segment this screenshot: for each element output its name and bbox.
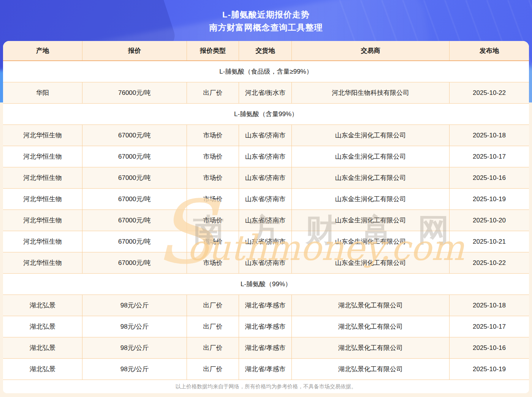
table-row: 河北华恒生物 67000元/吨 市场价 山东省/济南市 山东金生润化工有限公司 … [3,167,529,189]
table-row: 湖北弘景 98元/公斤 出厂价 湖北省/孝感市 湖北弘景化工有限公司 2025-… [3,359,529,380]
cell-date: 2025-10-19 [450,359,529,380]
price-table: 产地 报价 报价类型 交货地 交易商 发布地 L-脯氨酸（食品级，含量≥99%）… [3,41,529,393]
cell-price-type: 出厂价 [187,359,239,380]
section-row: L-脯氨酸（食品级，含量≥99%） [3,61,529,82]
cell-origin: 湖北弘景 [3,316,82,337]
cell-price-type: 市场价 [187,125,239,146]
cell-price: 98元/公斤 [82,295,187,316]
cell-date: 2025-10-16 [450,337,529,358]
cell-date: 2025-10-21 [450,231,529,252]
cell-trader: 湖北弘景化工有限公司 [292,316,450,337]
cell-date: 2025-10-16 [450,167,529,188]
cell-origin: 河北华恒生物 [3,125,82,146]
cell-delivery: 山东省/济南市 [239,252,292,273]
cell-price-type: 出厂价 [187,82,239,103]
cell-trader: 湖北弘景化工有限公司 [292,337,450,358]
table-row: 河北华恒生物 67000元/吨 市场价 山东省/济南市 山东金生润化工有限公司 … [3,125,529,146]
cell-price: 67000元/吨 [82,167,187,188]
cell-price: 98元/公斤 [82,337,187,358]
cell-delivery: 湖北省/孝感市 [239,359,292,380]
cell-trader: 湖北弘景化工有限公司 [292,295,450,316]
cell-price: 67000元/吨 [82,231,187,252]
header-price: 报价 [82,41,187,60]
cell-date: 2025-10-22 [450,82,529,103]
table-row: 河北华恒生物 67000元/吨 市场价 山东省/济南市 山东金生润化工有限公司 … [3,189,529,210]
cell-date: 2025-10-17 [450,316,529,337]
cell-delivery: 山东省/济南市 [239,167,292,188]
page-title: L-脯氨酸近期报价走势 [0,9,532,20]
cell-price-type: 市场价 [187,189,239,210]
header-trader: 交易商 [292,41,450,60]
cell-origin: 湖北弘景 [3,359,82,380]
table-row: 湖北弘景 98元/公斤 出厂价 湖北省/孝感市 湖北弘景化工有限公司 2025-… [3,295,529,316]
cell-price: 76000元/吨 [82,82,187,103]
header-publish-date: 发布地 [450,41,529,60]
cell-price: 67000元/吨 [82,125,187,146]
cell-origin: 河北华恒生物 [3,252,82,273]
cell-origin: 华阳 [3,82,82,103]
table-row: 湖北弘景 98元/公斤 出厂价 湖北省/孝感市 湖北弘景化工有限公司 2025-… [3,337,529,359]
table-row: 华阳 76000元/吨 出厂价 河北省/衡水市 河北华阳生物科技有限公司 202… [3,82,529,104]
cell-price-type: 市场价 [187,146,239,167]
section-label: L-脯氨酸（含量99%） [3,104,529,124]
cell-price: 67000元/吨 [82,252,187,273]
cell-price: 67000元/吨 [82,189,187,210]
cell-trader: 山东金生润化工有限公司 [292,231,450,252]
cell-price-type: 出厂价 [187,316,239,337]
cell-date: 2025-10-19 [450,189,529,210]
cell-price-type: 出厂价 [187,295,239,316]
table-row: 河北华恒生物 67000元/吨 市场价 山东省/济南市 山东金生润化工有限公司 … [3,231,529,252]
cell-date: 2025-10-22 [450,252,529,273]
cell-price: 98元/公斤 [82,316,187,337]
cell-delivery: 山东省/济南市 [239,125,292,146]
cell-price-type: 市场价 [187,210,239,231]
cell-price-type: 出厂价 [187,337,239,358]
disclaimer-row: 以上价格数据均来自于网络，所有价格均为参考价格，不具备市场交易依据。 [3,380,529,393]
section-row: L-脯氨酸（含量99%） [3,104,529,125]
page-subtitle: 南方财富网概念查询工具整理 [0,22,532,33]
section-label: L-脯氨酸（食品级，含量≥99%） [3,61,529,82]
header-delivery: 交货地 [239,41,292,60]
cell-price-type: 市场价 [187,167,239,188]
header-origin: 产地 [3,41,82,60]
cell-trader: 河北华阳生物科技有限公司 [292,82,450,103]
cell-date: 2025-10-20 [450,210,529,231]
cell-origin: 河北华恒生物 [3,231,82,252]
cell-date: 2025-10-18 [450,125,529,146]
banner-titles: L-脯氨酸近期报价走势 南方财富网概念查询工具整理 [0,9,532,33]
cell-price-type: 市场价 [187,252,239,273]
cell-origin: 河北华恒生物 [3,210,82,231]
cell-trader: 山东金生润化工有限公司 [292,167,450,188]
cell-trader: 山东金生润化工有限公司 [292,125,450,146]
cell-price: 98元/公斤 [82,359,187,380]
cell-delivery: 湖北省/孝感市 [239,316,292,337]
cell-delivery: 湖北省/孝感市 [239,337,292,358]
cell-delivery: 河北省/衡水市 [239,82,292,103]
cell-trader: 山东金生润化工有限公司 [292,189,450,210]
cell-price-type: 市场价 [187,231,239,252]
disclaimer-text: 以上价格数据均来自于网络，所有价格均为参考价格，不具备市场交易依据。 [3,380,529,393]
cell-trader: 湖北弘景化工有限公司 [292,359,450,380]
cell-origin: 河北华恒生物 [3,189,82,210]
section-row: L-脯氨酸（99%） [3,274,529,295]
cell-trader: 山东金生润化工有限公司 [292,210,450,231]
cell-trader: 山东金生润化工有限公司 [292,252,450,273]
cell-delivery: 山东省/济南市 [239,231,292,252]
cell-delivery: 湖北省/孝感市 [239,295,292,316]
cell-date: 2025-10-17 [450,146,529,167]
table-row: 湖北弘景 98元/公斤 出厂价 湖北省/孝感市 湖北弘景化工有限公司 2025-… [3,316,529,337]
cell-origin: 湖北弘景 [3,337,82,358]
cell-delivery: 山东省/济南市 [239,189,292,210]
table-header-row: 产地 报价 报价类型 交货地 交易商 发布地 [3,41,529,61]
cell-delivery: 山东省/济南市 [239,146,292,167]
cell-delivery: 山东省/济南市 [239,210,292,231]
section-label: L-脯氨酸（99%） [3,274,529,295]
cell-price: 67000元/吨 [82,210,187,231]
table-row: 河北华恒生物 67000元/吨 市场价 山东省/济南市 山东金生润化工有限公司 … [3,146,529,167]
cell-date: 2025-10-18 [450,295,529,316]
table-row: 河北华恒生物 67000元/吨 市场价 山东省/济南市 山东金生润化工有限公司 … [3,210,529,231]
table-row: 河北华恒生物 67000元/吨 市场价 山东省/济南市 山东金生润化工有限公司 … [3,252,529,274]
cell-trader: 山东金生润化工有限公司 [292,146,450,167]
cell-origin: 河北华恒生物 [3,146,82,167]
cell-origin: 河北华恒生物 [3,167,82,188]
